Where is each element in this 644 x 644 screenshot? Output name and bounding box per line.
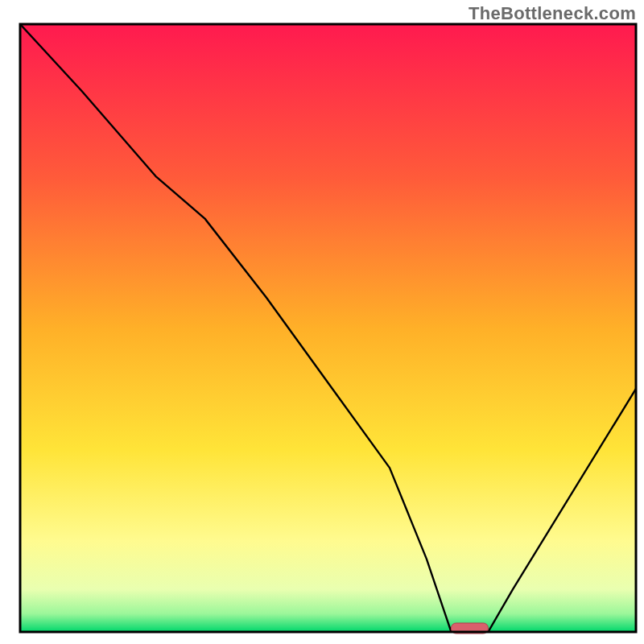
chart-container: TheBottleneck.com (0, 0, 644, 644)
watermark-text: TheBottleneck.com (469, 3, 636, 24)
bottleneck-chart (0, 0, 644, 644)
